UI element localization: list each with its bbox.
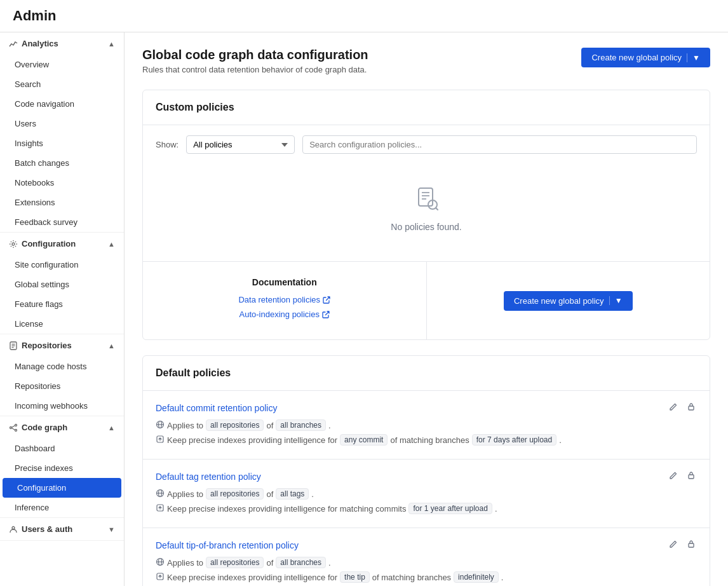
sidebar-item-dashboard[interactable]: Dashboard — [0, 439, 124, 458]
sidebar-section-analytics: Analytics ▲ Overview Search Code navigat… — [0, 32, 124, 233]
sidebar-code-graph-icon: Code graph — [9, 423, 67, 432]
sidebar-section-repositories: Repositories ▲ Manage code hosts Reposit… — [0, 334, 124, 416]
badge-all-repos-3: all repositories — [206, 557, 264, 568]
sidebar-item-inference[interactable]: Inference — [0, 498, 124, 517]
sidebar-section-configuration-header[interactable]: Configuration ▲ — [0, 233, 124, 255]
sidebar-item-code-navigation[interactable]: Code navigation — [0, 94, 124, 114]
empty-text: No policies found. — [391, 222, 461, 232]
svg-point-6 — [15, 424, 17, 426]
sidebar-item-search[interactable]: Search — [0, 74, 124, 94]
sidebar-section-code-graph-header[interactable]: Code graph ▲ — [0, 416, 124, 439]
filter-row: Show: All policies Retention policies Au… — [156, 135, 697, 154]
repositories-chevron: ▲ — [108, 342, 115, 350]
policy-edit-button-2[interactable] — [668, 470, 679, 483]
sidebar-item-feedback-survey[interactable]: Feedback survey — [0, 212, 124, 232]
code-graph-chevron: ▲ — [108, 424, 115, 432]
policy-name-tag-retention[interactable]: Default tag retention policy — [156, 472, 261, 482]
policy-detail-keep-3: Keep precise indexes providing intellige… — [156, 571, 697, 583]
policies-search-input[interactable] — [302, 135, 697, 154]
sidebar-item-precise-indexes[interactable]: Precise indexes — [0, 458, 124, 478]
upload-icon-3 — [156, 572, 165, 583]
analytics-chevron: ▲ — [108, 40, 115, 48]
sidebar: Analytics ▲ Overview Search Code navigat… — [0, 32, 125, 586]
upload-icon-2 — [156, 503, 165, 514]
svg-point-0 — [12, 243, 15, 245]
auto-indexing-link-label: Auto-indexing policies — [239, 310, 320, 319]
policy-actions-1 — [668, 401, 697, 414]
policy-detail-applies-1: Applies to all repositories of all branc… — [156, 419, 697, 431]
sidebar-section-repositories-header[interactable]: Repositories ▲ — [0, 334, 124, 357]
policy-edit-button-3[interactable] — [668, 538, 679, 552]
policy-item-commit-retention: Default commit retention policy A — [143, 391, 710, 460]
svg-rect-11 — [419, 188, 433, 206]
default-policies-title: Default policies — [156, 367, 697, 379]
page-header: Global code graph data configuration Rul… — [142, 48, 710, 74]
default-policies-header: Default policies — [143, 356, 710, 391]
badge-1-year-2: for 1 year after upload — [408, 503, 492, 514]
svg-rect-17 — [689, 406, 694, 410]
two-col-section: Documentation Data retention policies Au… — [143, 261, 710, 339]
page-header-text: Global code graph data configuration Rul… — [142, 48, 368, 74]
policy-item-header-2: Default tag retention policy — [156, 470, 697, 483]
policy-item-header-3: Default tip-of-branch retention policy — [156, 538, 697, 552]
policy-detail-applies-2: Applies to all repositories of all tags … — [156, 488, 697, 500]
sidebar-item-feature-flags[interactable]: Feature flags — [0, 294, 124, 314]
svg-rect-27 — [689, 543, 694, 547]
policy-actions-3 — [668, 538, 697, 552]
sidebar-item-incoming-webhooks[interactable]: Incoming webhooks — [0, 396, 124, 416]
globe-icon-2 — [156, 489, 165, 500]
globe-icon-1 — [156, 420, 165, 431]
sidebar-item-users[interactable]: Users — [0, 114, 124, 133]
empty-icon — [414, 186, 439, 217]
data-retention-link-label: Data retention policies — [238, 295, 320, 304]
policy-name-commit-retention[interactable]: Default commit retention policy — [156, 403, 277, 413]
create-global-policy-button-top[interactable]: Create new global policy ▼ — [581, 48, 710, 67]
sidebar-item-license[interactable]: License — [0, 314, 124, 334]
sidebar-item-insights[interactable]: Insights — [0, 133, 124, 153]
custom-policies-title: Custom policies — [156, 102, 697, 113]
page-subtitle: Rules that control data retention behavi… — [142, 65, 368, 74]
app-title: Admin — [13, 8, 56, 24]
auto-indexing-link[interactable]: Auto-indexing policies — [156, 310, 414, 319]
sidebar-item-global-settings[interactable]: Global settings — [0, 275, 124, 294]
data-retention-link[interactable]: Data retention policies — [156, 295, 414, 304]
sidebar-item-overview[interactable]: Overview — [0, 55, 124, 74]
sidebar-section-users-auth: Users & auth ▼ — [0, 518, 124, 541]
policy-lock-button-2[interactable] — [685, 470, 697, 483]
upload-icon-1 — [156, 435, 165, 446]
sidebar-item-site-configuration[interactable]: Site configuration — [0, 255, 124, 275]
create-global-policy-button-inline[interactable]: Create new global policy ▼ — [504, 291, 633, 311]
badge-all-repos-2: all repositories — [206, 488, 264, 500]
create-btn-label-top: Create new global policy — [591, 53, 682, 62]
sidebar-item-batch-changes[interactable]: Batch changes — [0, 153, 124, 173]
policy-lock-button-1[interactable] — [685, 401, 697, 414]
sidebar-section-users-auth-header[interactable]: Users & auth ▼ — [0, 518, 124, 540]
sidebar-item-notebooks[interactable]: Notebooks — [0, 173, 124, 193]
custom-policies-body: Show: All policies Retention policies Au… — [143, 125, 710, 261]
badge-all-branches-3: all branches — [276, 557, 326, 568]
analytics-label: Analytics — [22, 39, 58, 48]
sidebar-section-analytics-header[interactable]: Analytics ▲ — [0, 32, 124, 55]
doc-title: Documentation — [156, 277, 414, 287]
policies-filter-select[interactable]: All policies Retention policies Auto-ind… — [186, 135, 295, 154]
policy-item-tag-retention: Default tag retention policy Appl — [143, 460, 710, 528]
create-btn-label-inline: Create new global policy — [514, 296, 604, 306]
policy-name-tip-of-branch[interactable]: Default tip-of-branch retention policy — [156, 540, 299, 550]
policy-edit-button-1[interactable] — [668, 401, 679, 414]
policy-detail-keep-1: Keep precise indexes providing intellige… — [156, 434, 697, 446]
default-policies-section: Default policies Default commit retentio… — [142, 355, 710, 586]
users-auth-chevron: ▼ — [108, 526, 115, 533]
code-graph-label: Code graph — [22, 423, 67, 432]
create-btn-chevron-inline: ▼ — [609, 296, 623, 305]
sidebar-item-repositories[interactable]: Repositories — [0, 376, 124, 396]
svg-point-5 — [10, 426, 12, 428]
policy-lock-button-3[interactable] — [685, 538, 697, 552]
sidebar-item-extensions[interactable]: Extensions — [0, 193, 124, 212]
policy-detail-applies-3: Applies to all repositories of all branc… — [156, 557, 697, 568]
badge-all-branches-1: all branches — [276, 419, 326, 431]
sidebar-item-configuration[interactable]: Configuration — [3, 478, 121, 498]
sidebar-item-manage-code-hosts[interactable]: Manage code hosts — [0, 357, 124, 376]
svg-point-7 — [15, 429, 17, 431]
svg-point-10 — [12, 526, 15, 529]
badge-indefinitely-3: indefinitely — [454, 571, 499, 583]
